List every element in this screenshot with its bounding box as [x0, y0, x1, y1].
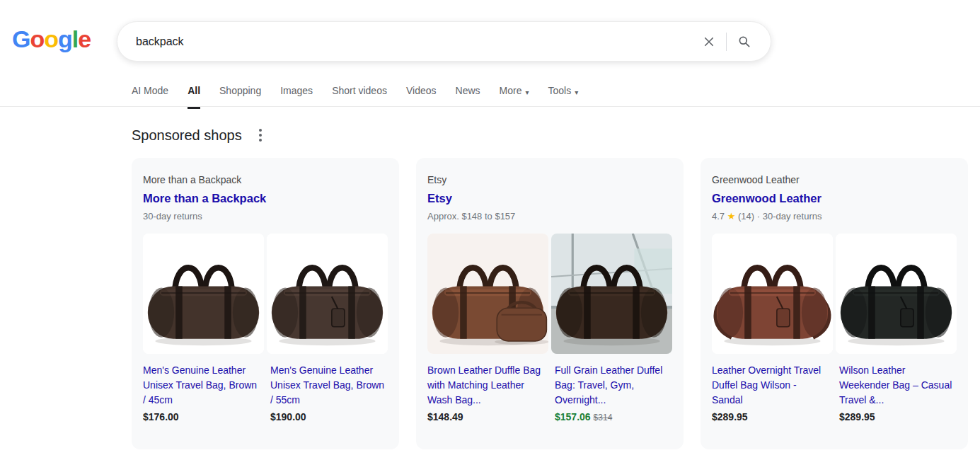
product-image[interactable]	[143, 234, 264, 354]
merchant-name: More than a Backpack	[143, 173, 388, 187]
section-title: Sponsored shops	[132, 127, 242, 144]
product-price: $148.49	[427, 411, 545, 422]
original-price: $314	[594, 413, 613, 422]
search-icon	[737, 35, 751, 48]
tab-images[interactable]: Images	[280, 84, 313, 109]
product-image[interactable]	[712, 234, 833, 354]
product-title-link[interactable]: Wilson Leather Weekender Bag – Casual Tr…	[839, 363, 957, 408]
product: Leather Overnight Travel Duffel Bag Wils…	[712, 363, 829, 422]
sponsored-shops-row: More than a Backpack More than a Backpac…	[132, 158, 968, 449]
shop-card: Etsy Etsy Approx. $148 to $157 Brown Lea…	[416, 158, 684, 449]
logo-letter: o	[44, 25, 58, 53]
tab-videos[interactable]: Videos	[406, 84, 437, 109]
tab-more[interactable]: More▾	[500, 84, 529, 109]
merchant-link[interactable]: Etsy	[427, 191, 672, 206]
logo-letter: o	[30, 25, 44, 53]
product-price: $176.00	[143, 411, 260, 422]
product-title-link[interactable]: Full Grain Leather Duffel Bag: Travel, G…	[555, 363, 672, 408]
shop-card: More than a Backpack More than a Backpac…	[132, 158, 399, 449]
product-title-link[interactable]: Men's Genuine Leather Unisex Travel Bag,…	[270, 363, 388, 408]
product: Men's Genuine Leather Unisex Travel Bag,…	[143, 363, 260, 422]
chevron-down-icon: ▾	[525, 86, 529, 100]
google-logo[interactable]: Google	[12, 25, 91, 53]
logo-letter: G	[12, 25, 30, 53]
product: Brown Leather Duffle Bag with Matching L…	[427, 363, 545, 422]
clear-search-button[interactable]	[695, 28, 723, 56]
logo-letter: e	[78, 25, 91, 53]
chevron-down-icon: ▾	[575, 86, 578, 100]
product-image[interactable]	[267, 234, 388, 354]
product-price: $190.00	[270, 411, 388, 422]
merchant-name: Greenwood Leather	[712, 173, 957, 187]
tab-tools[interactable]: Tools▾	[548, 84, 578, 109]
product-title-link[interactable]: Leather Overnight Travel Duffel Bag Wils…	[712, 363, 829, 408]
product: Wilson Leather Weekender Bag – Casual Tr…	[839, 363, 957, 422]
product-title-link[interactable]: Brown Leather Duffle Bag with Matching L…	[427, 363, 545, 408]
merchant-subtitle: 30-day returns	[143, 210, 388, 222]
merchant-rating: 4.7 ★ (14) · 30-day returns	[712, 210, 957, 222]
merchant-subtitle: Approx. $148 to $157	[427, 210, 672, 222]
search-divider	[726, 33, 727, 51]
logo-letter: g	[58, 25, 72, 53]
product-image[interactable]	[836, 234, 957, 354]
product-title-link[interactable]: Men's Genuine Leather Unisex Travel Bag,…	[143, 363, 260, 408]
merchant-link[interactable]: More than a Backpack	[143, 191, 388, 206]
tab-shopping[interactable]: Shopping	[219, 84, 261, 109]
product-price: $289.95	[712, 411, 829, 422]
product-image[interactable]	[427, 234, 548, 354]
close-icon	[703, 35, 715, 48]
star-icon: ★	[727, 211, 736, 222]
product-price: $157.06$314	[555, 411, 672, 422]
tab-all[interactable]: All	[188, 84, 200, 109]
product-image[interactable]	[551, 234, 672, 354]
tab-ai-mode[interactable]: AI Mode	[132, 84, 168, 109]
product: Men's Genuine Leather Unisex Travel Bag,…	[270, 363, 388, 422]
tab-news[interactable]: News	[456, 84, 480, 109]
product-price: $289.95	[839, 411, 957, 422]
search-input[interactable]	[136, 35, 695, 48]
search-submit-button[interactable]	[730, 28, 758, 56]
shop-card: Greenwood Leather Greenwood Leather 4.7 …	[701, 158, 968, 449]
three-dot-menu-icon[interactable]	[256, 126, 265, 144]
tab-short-videos[interactable]: Short videos	[332, 84, 387, 109]
search-bar	[117, 21, 771, 62]
merchant-name: Etsy	[427, 173, 672, 187]
product: Full Grain Leather Duffel Bag: Travel, G…	[555, 363, 672, 422]
result-tabs: AI Mode All Shopping Images Short videos…	[132, 84, 578, 109]
merchant-link[interactable]: Greenwood Leather	[712, 191, 957, 206]
header-divider	[0, 106, 980, 107]
logo-letter: l	[72, 25, 78, 53]
